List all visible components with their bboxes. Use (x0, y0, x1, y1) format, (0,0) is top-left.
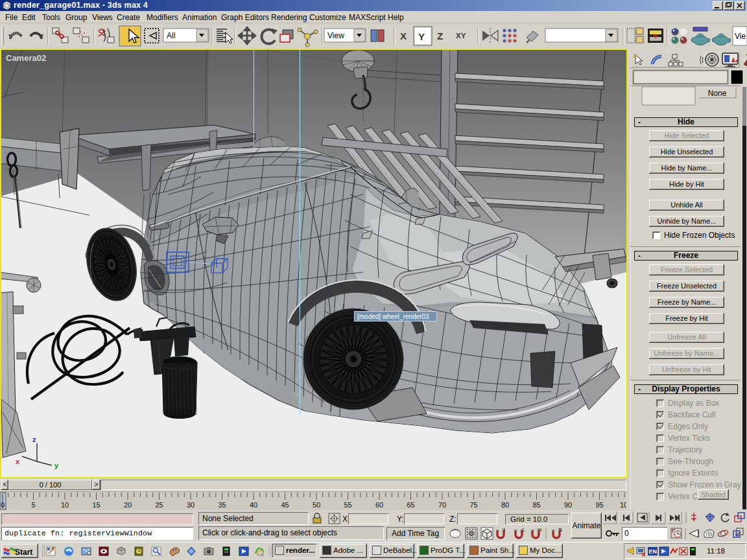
svg-text:Start: Start (15, 548, 32, 557)
svg-text:70: 70 (438, 501, 446, 509)
svg-text:∠: ∠ (521, 527, 525, 533)
svg-text:35: 35 (218, 501, 226, 509)
svg-text:EN: EN (649, 548, 658, 555)
svg-text:85: 85 (532, 501, 540, 509)
svg-text:10: 10 (620, 501, 626, 509)
svg-text:5: 5 (31, 501, 35, 509)
svg-text:20: 20 (124, 501, 132, 509)
svg-text:XY: XY (456, 32, 466, 40)
svg-text:Vie: Vie (735, 32, 746, 41)
svg-text:55: 55 (344, 501, 351, 509)
svg-text:25: 25 (155, 501, 163, 509)
svg-text:y: y (54, 461, 59, 469)
svg-text:[moded] wheel_render03: [moded] wheel_render03 (357, 313, 429, 320)
svg-text:40: 40 (250, 501, 257, 509)
svg-text:10: 10 (61, 501, 69, 509)
svg-text:0: 0 (1, 501, 5, 509)
svg-text:30: 30 (187, 501, 195, 509)
svg-text:⇅: ⇅ (558, 527, 563, 533)
svg-text:%: % (538, 527, 542, 533)
svg-text:75: 75 (469, 501, 477, 509)
svg-text:z: z (32, 436, 36, 443)
svg-text:View: View (327, 31, 344, 40)
svg-text:None: None (708, 89, 727, 98)
svg-text:45: 45 (281, 501, 289, 509)
svg-text:3: 3 (503, 527, 505, 533)
svg-text:Camera02: Camera02 (6, 53, 46, 63)
svg-text:90: 90 (564, 501, 572, 509)
svg-text:95: 95 (595, 501, 603, 509)
svg-text:80: 80 (501, 501, 509, 509)
svg-text:All: All (167, 31, 175, 40)
svg-text:4.05: 4.05 (257, 553, 264, 557)
svg-text:x: x (16, 458, 20, 465)
svg-text:X: X (400, 30, 407, 41)
svg-text:50: 50 (313, 501, 320, 509)
svg-text:Y: Y (418, 31, 425, 42)
svg-text:15: 15 (92, 501, 100, 509)
svg-text:60: 60 (375, 501, 383, 509)
svg-text:Z: Z (437, 30, 443, 41)
svg-text:65: 65 (407, 501, 414, 509)
